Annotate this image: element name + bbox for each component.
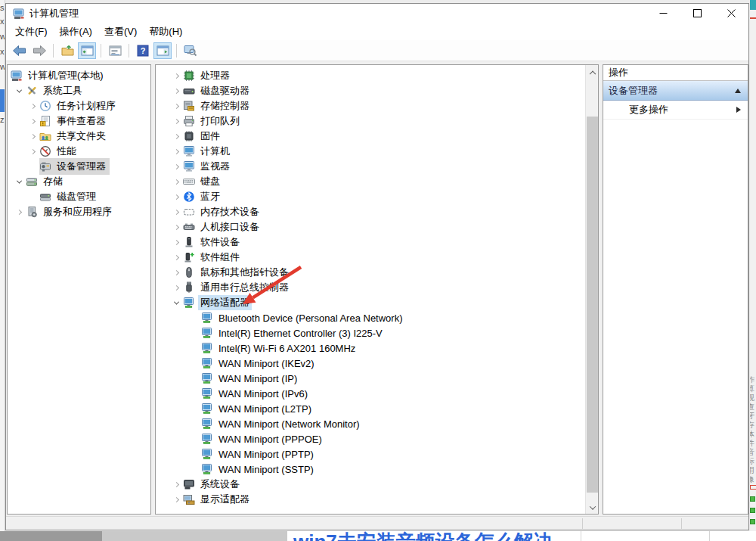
tree-item[interactable]: WAN Miniport (PPPOE) [156,431,587,446]
chevron-right-icon[interactable] [26,99,39,113]
chevron-right-icon[interactable] [169,477,183,491]
expander-spacer [187,372,201,385]
tree-item[interactable]: 显示适配器 [156,492,587,507]
properties-button[interactable] [106,42,124,59]
tree-item[interactable]: 磁盘驱动器 [156,83,587,98]
chevron-down-icon[interactable] [169,296,183,309]
tree-item[interactable]: Intel(R) Ethernet Controller (3) I225-V [156,325,587,340]
background-fragment [750,485,756,490]
remote-monitor-button[interactable] [181,42,200,59]
tree-item[interactable]: 通用串行总线控制器 [156,280,587,295]
tree-item[interactable]: WAN Miniport (L2TP) [156,401,587,416]
tree-item[interactable]: 性能 [8,144,150,159]
svg-text:?: ? [141,46,146,55]
close-button[interactable] [714,4,748,23]
tree-item[interactable]: 计算机管理(本地) [8,68,150,83]
tree-item[interactable]: 事件查看器 [8,113,150,129]
chevron-right-icon[interactable] [169,99,183,113]
tree-item-label: 显示适配器 [198,492,252,507]
tree-item[interactable]: WAN Miniport (SSTP) [156,462,587,477]
console-tree-toggle-button[interactable] [78,42,96,59]
tree-item-label: 蓝牙 [198,189,222,204]
tree-item[interactable]: 蓝牙 [156,189,587,204]
tree-item[interactable]: 存储 [8,174,150,189]
chevron-right-icon[interactable] [26,145,39,158]
tree-item[interactable]: 处理器 [156,68,587,83]
tree-item[interactable]: WAN Miniport (IP) [156,371,587,386]
tree-item[interactable]: 打印队列 [156,113,587,129]
chevron-right-icon[interactable] [169,266,183,279]
tree-item[interactable]: 监视器 [156,159,587,174]
tree-item[interactable]: 软件组件 [156,250,587,265]
tree-item[interactable]: Bluetooth Device (Personal Area Network) [156,310,587,325]
device-manager-section-header[interactable]: 设备管理器 [603,81,748,101]
maximize-button[interactable] [680,4,714,23]
scroll-up-button[interactable] [586,65,599,78]
tree-item[interactable]: 磁盘管理 [8,189,150,204]
tree-item[interactable]: WAN Miniport (PPTP) [156,446,587,462]
chevron-right-icon[interactable] [169,175,183,188]
minimize-button[interactable] [646,4,680,23]
tree-item[interactable]: Intel(R) Wi-Fi 6 AX201 160MHz [156,340,587,356]
collapse-triangle-icon[interactable] [735,89,741,93]
chevron-right-icon[interactable] [169,129,183,143]
tree-item[interactable]: 人机接口设备 [156,219,587,235]
scroll-down-button[interactable] [586,501,599,514]
tree-item[interactable]: 软件设备 [156,235,587,250]
tree-item[interactable]: 共享文件夹 [8,129,150,144]
chevron-right-icon[interactable] [169,281,183,294]
shared-folders-icon [39,130,54,142]
tree-item[interactable]: 鼠标和其他指针设备 [156,265,587,280]
network-adapter-icon [201,448,216,460]
back-button[interactable] [11,42,29,59]
help-button[interactable]: ? [134,42,152,59]
tree-item[interactable]: 系统设备 [156,477,587,492]
chevron-right-icon[interactable] [169,145,183,158]
background-fragment [750,0,756,10]
tree-item[interactable]: 固件 [156,129,587,144]
tree-item[interactable]: 网络适配器 [156,295,587,310]
chevron-right-icon[interactable] [169,114,183,128]
tree-item[interactable]: WAN Miniport (Network Monitor) [156,416,587,431]
vertical-scrollbar[interactable] [585,65,598,514]
tree-item-label: 磁盘驱动器 [198,83,252,98]
menu-item-help[interactable]: 帮助(H) [143,23,188,41]
background-text-fragment: x [0,47,5,56]
tree-item[interactable]: 计算机 [156,144,587,159]
chevron-right-icon[interactable] [169,235,183,249]
chevron-right-icon[interactable] [169,160,183,173]
chevron-right-icon[interactable] [12,205,26,219]
tree-item[interactable]: 内存技术设备 [156,204,587,219]
chevron-right-icon[interactable] [169,493,183,506]
scrollbar-thumb[interactable] [587,117,598,493]
network-adapter-icon [201,433,216,445]
chevron-right-icon[interactable] [26,129,39,143]
expander-spacer [187,417,201,431]
action-pane-toggle-button[interactable] [153,42,172,59]
expander-spacer [187,356,201,370]
tree-item[interactable]: 任务计划程序 [8,98,150,113]
tree-item[interactable]: 设备管理器 [8,159,150,174]
chevron-right-icon[interactable] [169,250,183,264]
tree-item[interactable]: 系统工具 [8,83,150,98]
chevron-right-icon[interactable] [169,69,183,82]
tree-item[interactable]: WAN Miniport (IKEv2) [156,356,587,371]
tree-item[interactable]: 存储控制器 [156,98,587,113]
chevron-right-icon[interactable] [169,220,183,234]
more-actions-item[interactable]: 更多操作 [603,101,748,120]
menu-item-view[interactable]: 查看(V) [98,23,143,41]
forward-button[interactable] [30,42,48,59]
chevron-right-icon[interactable] [169,190,183,204]
chevron-down-icon[interactable] [12,84,26,98]
tree-item[interactable]: 键盘 [156,174,587,189]
tree-item[interactable]: 服务和应用程序 [8,204,150,219]
menu-item-file[interactable]: 文件(F) [9,23,54,41]
chevron-right-icon[interactable] [169,84,183,98]
chevron-down-icon[interactable] [12,175,26,188]
tree-item[interactable]: WAN Miniport (IPv6) [156,386,587,401]
chevron-right-icon[interactable] [26,114,39,128]
network-adapter-icon [201,357,216,369]
menu-item-action[interactable]: 操作(A) [54,23,98,41]
chevron-right-icon[interactable] [169,205,183,219]
export-list-button[interactable] [58,42,76,59]
